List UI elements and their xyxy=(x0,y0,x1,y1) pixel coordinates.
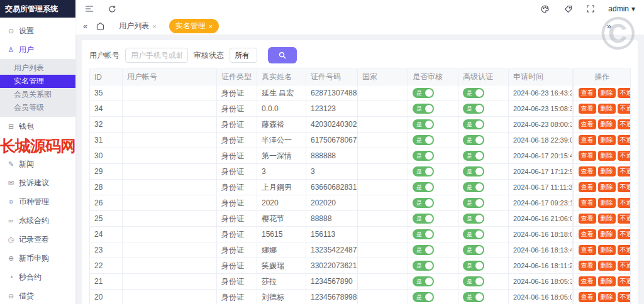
review-toggle[interactable]: 是 xyxy=(413,261,434,271)
user-menu[interactable]: admin ▾ xyxy=(608,4,635,13)
delete-button[interactable]: 删除 xyxy=(598,214,616,224)
view-button[interactable]: 查看 xyxy=(579,214,596,224)
delete-button[interactable]: 删除 xyxy=(598,261,616,271)
reject-button[interactable]: 不通过 xyxy=(618,104,631,114)
close-icon[interactable]: × xyxy=(209,23,213,30)
advanced-toggle[interactable]: 是 xyxy=(463,214,484,224)
advanced-toggle[interactable]: 是 xyxy=(463,166,484,176)
delete-button[interactable]: 删除 xyxy=(598,151,616,161)
advanced-toggle[interactable]: 是 xyxy=(463,104,484,114)
advanced-toggle[interactable]: 是 xyxy=(463,261,484,271)
delete-button[interactable]: 删除 xyxy=(598,276,616,286)
review-toggle[interactable]: 是 xyxy=(413,119,434,129)
sidebar-subitem[interactable]: 用户列表 xyxy=(0,62,75,75)
advanced-toggle[interactable]: 是 xyxy=(463,135,484,145)
account-search-input[interactable] xyxy=(125,48,188,63)
view-button[interactable]: 查看 xyxy=(579,104,596,114)
review-toggle[interactable]: 是 xyxy=(413,292,434,302)
sidebar-item-user[interactable]: ♙用户 xyxy=(0,40,75,59)
view-button[interactable]: 查看 xyxy=(579,245,596,255)
reject-button[interactable]: 不通过 xyxy=(618,166,631,176)
sidebar-item-records[interactable]: ◷记录查看 xyxy=(0,230,75,249)
search-button[interactable] xyxy=(268,47,297,63)
tabs-back-icon[interactable]: « xyxy=(83,21,87,31)
review-toggle[interactable]: 是 xyxy=(413,229,434,239)
delete-button[interactable]: 删除 xyxy=(598,119,616,129)
advanced-toggle[interactable]: 是 xyxy=(463,119,484,129)
advanced-toggle[interactable]: 是 xyxy=(463,198,484,208)
reject-button[interactable]: 不通过 xyxy=(618,245,631,255)
reject-button[interactable]: 不通过 xyxy=(618,135,631,145)
view-button[interactable]: 查看 xyxy=(579,261,596,271)
sidebar-item-seconds[interactable]: ◔秒合约 xyxy=(0,268,75,286)
review-toggle[interactable]: 是 xyxy=(413,135,434,145)
review-toggle[interactable]: 是 xyxy=(413,276,434,286)
tab-item[interactable]: 用户列表× xyxy=(113,19,162,33)
view-button[interactable]: 查看 xyxy=(579,135,596,145)
delete-button[interactable]: 删除 xyxy=(598,166,616,176)
review-toggle[interactable]: 是 xyxy=(413,198,434,208)
tabs-forward-icon[interactable]: » xyxy=(607,21,611,31)
sidebar-item-gear[interactable]: ⊙设置 xyxy=(0,21,75,40)
view-button[interactable]: 查看 xyxy=(579,229,596,239)
view-button[interactable]: 查看 xyxy=(579,166,596,176)
delete-button[interactable]: 删除 xyxy=(598,135,616,145)
advanced-toggle[interactable]: 是 xyxy=(463,276,484,286)
advanced-toggle[interactable]: 是 xyxy=(463,182,484,192)
home-icon[interactable] xyxy=(95,21,105,31)
view-button[interactable]: 查看 xyxy=(579,88,596,98)
tag-icon[interactable] xyxy=(563,4,573,14)
view-button[interactable]: 查看 xyxy=(579,182,596,192)
reject-button[interactable]: 不通过 xyxy=(618,214,631,224)
view-button[interactable]: 查看 xyxy=(579,276,596,286)
reject-button[interactable]: 不通过 xyxy=(618,276,631,286)
view-button[interactable]: 查看 xyxy=(579,151,596,161)
status-select[interactable]: 所有 xyxy=(230,48,257,63)
review-toggle[interactable]: 是 xyxy=(413,182,434,192)
reject-button[interactable]: 不通过 xyxy=(618,88,631,98)
reject-button[interactable]: 不通过 xyxy=(618,151,631,161)
review-toggle[interactable]: 是 xyxy=(413,88,434,98)
sidebar-item-loan[interactable]: ⊖借贷 xyxy=(0,286,75,304)
reject-button[interactable]: 不通过 xyxy=(618,119,631,129)
reject-button[interactable]: 不通过 xyxy=(618,229,631,239)
view-button[interactable]: 查看 xyxy=(579,198,596,208)
sidebar-subitem[interactable]: 实名管理 xyxy=(0,75,75,88)
view-button[interactable]: 查看 xyxy=(579,292,596,302)
sidebar-item-currency[interactable]: ¤币种管理 xyxy=(0,192,75,211)
reject-button[interactable]: 不通过 xyxy=(618,261,631,271)
fullscreen-icon[interactable] xyxy=(586,4,596,14)
sidebar-item-feedback[interactable]: ✉投诉建议 xyxy=(0,173,75,192)
review-toggle[interactable]: 是 xyxy=(413,166,434,176)
sidebar-item-new-coin[interactable]: ⊕新币申购 xyxy=(0,249,75,268)
collapse-menu-icon[interactable] xyxy=(84,4,94,14)
review-toggle[interactable]: 是 xyxy=(413,104,434,114)
refresh-icon[interactable] xyxy=(107,4,117,14)
tab-item[interactable]: 实名管理× xyxy=(169,19,219,33)
delete-button[interactable]: 删除 xyxy=(598,245,616,255)
delete-button[interactable]: 删除 xyxy=(598,104,616,114)
advanced-toggle[interactable]: 是 xyxy=(463,151,484,161)
delete-button[interactable]: 删除 xyxy=(598,182,616,192)
sidebar-subitem[interactable]: 会员等级 xyxy=(0,101,75,114)
advanced-toggle[interactable]: 是 xyxy=(463,88,484,98)
view-button[interactable]: 查看 xyxy=(579,119,596,129)
delete-button[interactable]: 删除 xyxy=(598,198,616,208)
review-toggle[interactable]: 是 xyxy=(413,245,434,255)
advanced-toggle[interactable]: 是 xyxy=(463,245,484,255)
reject-button[interactable]: 不通过 xyxy=(618,182,631,192)
delete-button[interactable]: 删除 xyxy=(598,292,616,302)
sidebar-subitem[interactable]: 会员关系图 xyxy=(0,88,75,101)
theme-palette-icon[interactable] xyxy=(540,4,550,14)
sidebar-item-wallet[interactable]: ⊟钱包 xyxy=(0,117,75,136)
advanced-toggle[interactable]: 是 xyxy=(463,229,484,239)
review-toggle[interactable]: 是 xyxy=(413,214,434,224)
delete-button[interactable]: 删除 xyxy=(598,229,616,239)
sidebar-item-perpetual[interactable]: ∞永续合约 xyxy=(0,211,75,230)
delete-button[interactable]: 删除 xyxy=(598,88,616,98)
reject-button[interactable]: 不通过 xyxy=(618,292,631,302)
sidebar-item-admin[interactable]: ◎管理员 xyxy=(0,136,75,155)
advanced-toggle[interactable]: 是 xyxy=(463,292,484,302)
review-toggle[interactable]: 是 xyxy=(413,151,434,161)
sidebar-item-news[interactable]: ✎新闻 xyxy=(0,155,75,173)
